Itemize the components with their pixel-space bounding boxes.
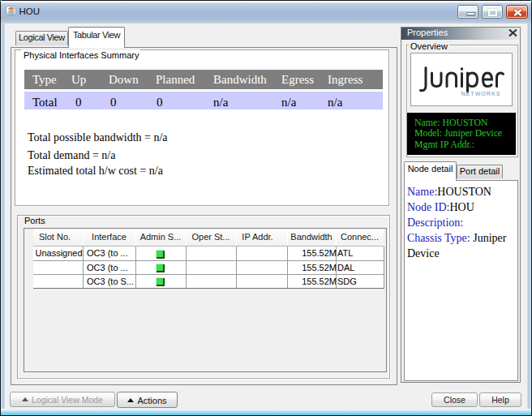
svg-text:NETWORKS: NETWORKS <box>461 91 501 96</box>
